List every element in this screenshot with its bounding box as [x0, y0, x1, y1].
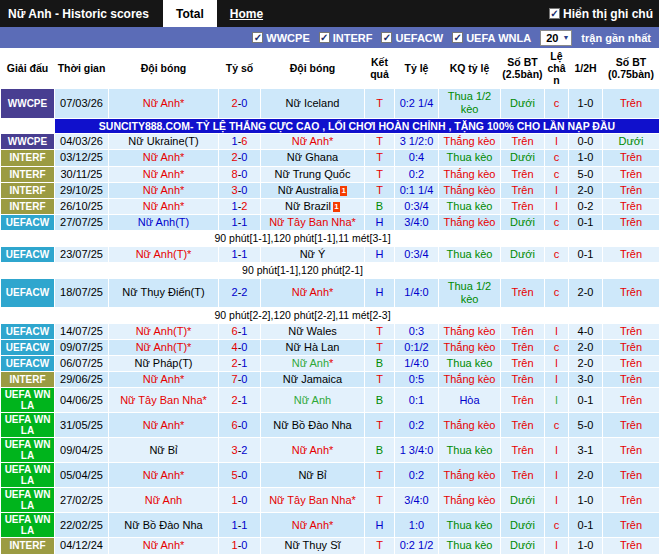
match-date: 22/02/25	[55, 513, 109, 538]
over-under-2-5: Trên	[501, 356, 545, 372]
half-time-score: 3-1	[569, 438, 603, 463]
page-title: Nữ Anh - Historic scores	[0, 0, 163, 27]
home-team: Nữ Bỉ	[149, 444, 177, 456]
favorite-star-icon: *	[180, 168, 184, 180]
ad-row-blank-cell	[1, 118, 55, 134]
final-score: 1-2	[219, 198, 261, 214]
chevron-down-icon: ▼	[562, 34, 569, 41]
over-under-2-5: Trên	[501, 278, 545, 307]
match-row: UEFACW18/07/25Nữ Thụy Điển(T)2-2Nữ Anh*H…	[1, 278, 659, 307]
match-date: 05/04/25	[55, 463, 109, 488]
final-score: 1-6	[219, 134, 261, 150]
final-score: 2-0	[219, 150, 261, 166]
away-team: Nữ Thụy Sĩ	[284, 539, 340, 551]
extra-time-note: 90 phút[1-1],120 phút[1-1],11 mét[3-1]	[1, 231, 659, 247]
result-letter: H	[365, 278, 395, 307]
home-team-cell: Nữ Anh*	[109, 463, 219, 488]
match-date: 04/12/24	[55, 538, 109, 554]
away-team-cell: Nữ Ý	[261, 246, 365, 262]
tab-home[interactable]: Home	[217, 0, 276, 27]
over-under-0-75: Trên	[603, 388, 659, 413]
home-team: Nữ Bồ Đào Nha	[124, 519, 202, 531]
result-letter: T	[365, 339, 395, 355]
league-badge: UEFA WNLA	[1, 388, 55, 413]
away-team-cell: Nữ Thụy Sĩ	[261, 538, 365, 554]
match-row: INTERF04/12/24Nữ Anh*1-0Nữ Thụy SĩT0:2 1…	[1, 538, 659, 554]
away-team-cell: Nữ Anh	[261, 388, 365, 413]
favorite-star-icon: *	[180, 97, 184, 109]
league-badge: UEFACW	[1, 215, 55, 231]
final-score: 4-0	[219, 339, 261, 355]
half-time-score: 0-1	[569, 246, 603, 262]
away-team: Nữ Ghana	[287, 151, 338, 163]
final-score: 2-1	[219, 356, 261, 372]
half-time-score: 4-0	[569, 323, 603, 339]
result-letter: B	[365, 198, 395, 214]
half-time-score: 0-1	[569, 513, 603, 538]
over-under-0-75: Trên	[603, 166, 659, 182]
match-row: INTERF29/10/25Nữ Anh*3-0Nữ Australia1T0:…	[1, 182, 659, 198]
over-under-2-5: Trên	[501, 323, 545, 339]
show-notes-checkbox[interactable]: ✓	[549, 8, 560, 19]
col-header-home: Đội bóng	[109, 48, 219, 89]
over-under-2-5: Trên	[501, 372, 545, 388]
final-score: 1-1	[219, 215, 261, 231]
home-team-cell: Nữ Anh*	[109, 182, 219, 198]
filter-wwcpe: ✓ WWCPE	[252, 32, 309, 44]
interf-checkbox[interactable]: ✓	[319, 32, 330, 43]
home-team: Nữ Anh(T)*	[136, 248, 192, 260]
match-date: 23/07/25	[55, 246, 109, 262]
away-team: Nữ Ý	[300, 248, 326, 260]
final-score: 6-0	[219, 413, 261, 438]
home-team-cell: Nữ Thụy Điển(T)	[109, 278, 219, 307]
odds-result: Thua kèo	[439, 246, 501, 262]
tab-total[interactable]: Total	[163, 0, 217, 27]
favorite-star-icon: *	[352, 216, 356, 228]
match-row: INTERF29/06/25Nữ Anh*7-0Nữ JamaicaT0:5Th…	[1, 372, 659, 388]
favorite-star-icon: *	[180, 151, 184, 163]
table-header-row: Giải đấu Thời gian Đội bóng Tỷ số Đội bó…	[1, 48, 659, 89]
over-under-0-75: Trên	[603, 438, 659, 463]
odds-result: Thắng kèo	[439, 413, 501, 438]
match-row: UEFACW09/07/25Nữ Anh(T)*4-0Nữ Hà LanT0:1…	[1, 339, 659, 355]
half-time-score: 2-0	[569, 463, 603, 488]
league-badge: INTERF	[1, 150, 55, 166]
wwcpe-checkbox[interactable]: ✓	[252, 32, 263, 43]
home-team-cell: Nữ Anh*	[109, 372, 219, 388]
handicap-odds: 0:3/4	[395, 198, 439, 214]
final-score: 8-0	[219, 166, 261, 182]
uefacw-checkbox[interactable]: ✓	[381, 32, 392, 43]
final-score: 2-1	[219, 388, 261, 413]
away-team: Nữ Iceland	[286, 97, 340, 109]
over-under-0-75: Trên	[603, 198, 659, 214]
uefa-wnla-checkbox[interactable]: ✓	[452, 32, 463, 43]
ad-banner[interactable]: SUNCITY888.COM- TỶ LỆ THẮNG CỰC CAO , LỐ…	[55, 118, 659, 134]
away-team-cell: Nữ Bỉ	[261, 463, 365, 488]
match-date: 30/11/25	[55, 166, 109, 182]
final-score: 2-0	[219, 89, 261, 118]
league-badge: INTERF	[1, 182, 55, 198]
match-date: 26/10/25	[55, 198, 109, 214]
extra-time-note-row: 90 phút[1-1],120 phút[1-1],11 mét[3-1]	[1, 231, 659, 247]
match-count-select[interactable]: 20 ▼	[540, 30, 572, 46]
match-date: 06/07/25	[55, 356, 109, 372]
filter-uefacw: ✓ UEFACW	[381, 32, 443, 44]
match-row: UEFA WNLA04/06/25Nữ Tây Ban Nha*2-1Nữ An…	[1, 388, 659, 413]
match-date: 31/05/25	[55, 413, 109, 438]
col-header-halftime: 1/2H	[569, 48, 603, 89]
over-under-0-75: Trên	[603, 215, 659, 231]
result-letter: T	[365, 134, 395, 150]
handicap-odds: 3/4:0	[395, 215, 439, 231]
over-under-0-75: Trên	[603, 413, 659, 438]
away-team-cell: Nữ Tây Ban Nha*	[261, 488, 365, 513]
handicap-leg: l	[545, 372, 569, 388]
handicap-odds: 0:1 1/4	[395, 182, 439, 198]
handicap-odds: 0:2	[395, 166, 439, 182]
handicap-odds: 0:3	[395, 323, 439, 339]
interf-label: INTERF	[333, 32, 373, 44]
league-badge: INTERF	[1, 538, 55, 554]
home-team: Nữ Anh*	[143, 168, 185, 180]
over-under-2-5: Trên	[501, 388, 545, 413]
filter-interf: ✓ INTERF	[319, 32, 373, 44]
favorite-star-icon: *	[180, 469, 184, 481]
